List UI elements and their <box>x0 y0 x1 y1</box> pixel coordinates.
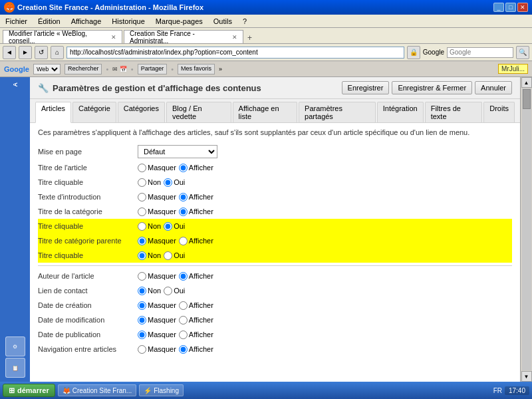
save-close-button[interactable]: Enregistrer & Fermer <box>392 81 472 94</box>
mise-en-page-select[interactable]: Défaut <box>138 145 217 158</box>
titre-categorie-afficher[interactable] <box>179 207 188 216</box>
date-creation-label: Date de création <box>38 301 138 309</box>
maximize-button[interactable]: □ <box>505 3 516 12</box>
texte-intro-afficher[interactable] <box>179 193 188 201</box>
tab-1[interactable]: Modifier l'article « WeBlog, conseil... … <box>3 30 122 43</box>
navigation-articles-afficher[interactable] <box>179 345 188 354</box>
scroll-down-button[interactable]: ▼ <box>521 371 532 382</box>
tab-droits[interactable]: Droits <box>483 102 515 122</box>
date-publication-masquer[interactable] <box>138 331 146 339</box>
titre-cliquable-3-oui[interactable] <box>164 251 172 260</box>
tab-2-label: Creation Site France - Administrat... <box>130 30 229 45</box>
scroll-track[interactable] <box>522 88 531 370</box>
toolbar-more: » <box>219 66 222 72</box>
menu-affichage[interactable]: Affichage <box>68 17 104 26</box>
tab-articles[interactable]: Articles <box>35 102 71 123</box>
titre-article-label: Titre de l'article <box>38 164 138 172</box>
navigation-articles-masquer[interactable] <box>138 345 146 354</box>
info-text: Ces paramètres s'appliquent à l'affichag… <box>38 128 512 136</box>
sidebar-icon-1[interactable]: ⚙ <box>5 336 25 356</box>
menu-outils[interactable]: Outils <box>211 17 235 26</box>
lien-contact-oui[interactable] <box>164 287 172 295</box>
titre-cat-parente-label: Titre de catégorie parente <box>38 237 138 245</box>
google-site-select[interactable]: Web <box>33 64 61 74</box>
start-button[interactable]: ⊞ démarrer <box>3 384 55 397</box>
partager-button[interactable]: Partager <box>138 64 168 74</box>
reload-button[interactable]: ↺ <box>35 46 48 59</box>
date-publication-afficher[interactable] <box>179 331 188 339</box>
titre-cliquable-2-oui[interactable] <box>164 222 172 231</box>
date-modification-label: Date de modification <box>38 316 138 324</box>
date-modification-row: Date de modification Masquer Afficher <box>38 313 512 327</box>
forward-button[interactable]: ► <box>19 46 32 59</box>
menu-help[interactable]: ? <box>240 17 249 26</box>
sidebar-icon-2[interactable]: 📋 <box>5 358 25 378</box>
date-creation-afficher[interactable] <box>179 301 188 310</box>
user-label: MrJuli... <box>498 64 528 74</box>
menu-edition[interactable]: Édition <box>35 17 63 26</box>
lien-contact-non[interactable] <box>138 287 146 295</box>
titre-cliquable-2-label: Titre cliquable <box>38 222 138 230</box>
security-icon: 🔒 <box>407 46 420 59</box>
tab-params-partages[interactable]: Paramètres partagés <box>299 102 376 122</box>
titre-cliquable-2-non[interactable] <box>138 222 146 231</box>
new-tab-button[interactable]: + <box>245 33 255 43</box>
texte-intro-masquer[interactable] <box>138 193 146 201</box>
taskbar-item-1-label: Creation Site Fran... <box>72 387 132 394</box>
menu-historique[interactable]: Historique <box>109 17 148 26</box>
auteur-article-row: Auteur de l'article Masquer Afficher <box>38 269 512 283</box>
google-search-input[interactable] <box>447 47 513 58</box>
cancel-button[interactable]: Annuler <box>475 81 512 94</box>
google-logo: Google <box>4 65 29 73</box>
close-button[interactable]: ✕ <box>517 3 528 12</box>
titre-cat-parente-afficher[interactable] <box>179 237 188 245</box>
minimize-button[interactable]: _ <box>493 3 504 12</box>
search-button[interactable]: 🔍 <box>516 46 529 59</box>
page-title: 🔧 Paramètres de gestion et d'affichage d… <box>38 83 261 93</box>
address-input[interactable] <box>66 47 404 59</box>
titre-cliquable-1-oui[interactable] <box>164 178 172 187</box>
page-header: 🔧 Paramètres de gestion et d'affichage d… <box>30 77 520 99</box>
menu-marque-pages[interactable]: Marque-pages <box>153 17 205 26</box>
tab-affichage-liste[interactable]: Affichage en liste <box>233 102 297 122</box>
back-button[interactable]: ◄ <box>3 46 16 59</box>
auteur-article-masquer[interactable] <box>138 272 146 281</box>
section-divider <box>38 265 512 266</box>
window-controls: _ □ ✕ <box>493 3 528 12</box>
tab-blog[interactable]: Blog / En vedette <box>166 102 231 122</box>
taskbar-item-2[interactable]: ⚡ Flashing <box>139 384 184 396</box>
tab-1-close[interactable]: ✕ <box>111 34 116 41</box>
titre-cliquable-3-label: Titre cliquable <box>38 251 138 259</box>
tab-categories[interactable]: Catégories <box>118 102 165 122</box>
date-creation-masquer[interactable] <box>138 301 146 310</box>
tab-2[interactable]: Creation Site France - Administrat... ✕ <box>124 30 243 43</box>
titre-article-afficher[interactable] <box>179 164 188 172</box>
taskbar-item-1[interactable]: 🦊 Creation Site Fran... <box>58 384 136 396</box>
date-modification-afficher[interactable] <box>179 316 188 325</box>
tab-categorie[interactable]: Catégorie <box>72 102 116 122</box>
scroll-up-button[interactable]: ▲ <box>521 77 532 88</box>
page-title-icon: 🔧 <box>38 83 49 93</box>
navigation-articles-label: Navigation entre articles <box>38 345 138 353</box>
header-buttons: Enregistrer Enregistrer & Fermer Annuler <box>342 81 512 94</box>
taskbar-firefox-icon: 🦊 <box>63 387 70 394</box>
home-button[interactable]: ⌂ <box>51 46 64 59</box>
titre-categorie-masquer[interactable] <box>138 207 146 216</box>
tab-filtres-texte[interactable]: Filtres de texte <box>425 102 483 122</box>
rechercher-button[interactable]: Rechercher <box>65 64 102 74</box>
titre-article-masquer[interactable] <box>138 164 146 172</box>
clock: 17:40 <box>505 386 529 395</box>
tab-integration[interactable]: Intégration <box>377 102 424 122</box>
taskbar-right: FR 17:40 <box>493 386 529 395</box>
auteur-article-afficher[interactable] <box>179 272 188 281</box>
texte-intro-row: Texte d'introduction Masquer Afficher <box>38 190 512 204</box>
save-button[interactable]: Enregistrer <box>342 81 390 94</box>
date-modification-masquer[interactable] <box>138 316 146 325</box>
titre-cliquable-3-non[interactable] <box>138 251 146 260</box>
tab-2-close[interactable]: ✕ <box>232 34 237 41</box>
titre-cliquable-1-non[interactable] <box>138 178 146 187</box>
titre-cat-parente-masquer[interactable] <box>138 237 146 245</box>
scroll-thumb[interactable] <box>523 89 531 109</box>
menu-fichier[interactable]: Fichier <box>3 17 30 26</box>
mes-favoris-button[interactable]: Mes favoris <box>178 64 215 74</box>
